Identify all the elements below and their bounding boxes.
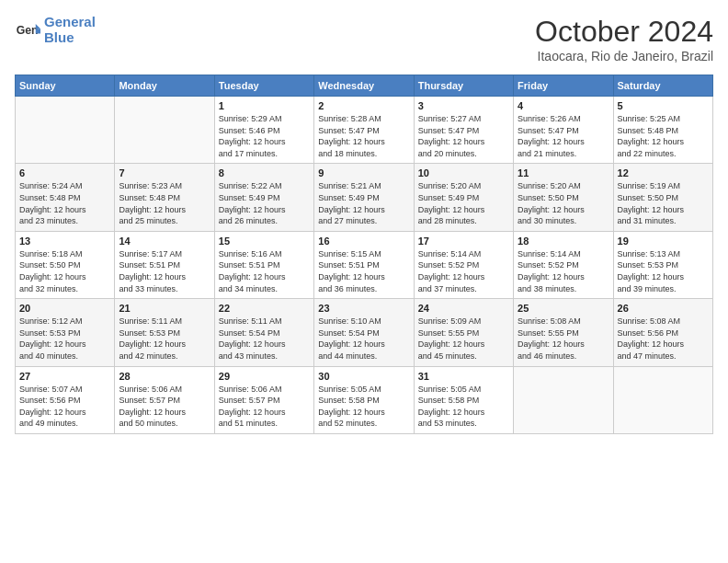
weekday-header-row: SundayMondayTuesdayWednesdayThursdayFrid… — [16, 75, 713, 97]
day-cell: 25Sunrise: 5:08 AM Sunset: 5:55 PM Dayli… — [514, 299, 613, 366]
day-number: 15 — [219, 236, 310, 247]
day-cell: 27Sunrise: 5:07 AM Sunset: 5:56 PM Dayli… — [16, 366, 115, 433]
weekday-saturday: Saturday — [613, 75, 712, 97]
day-number: 25 — [518, 303, 609, 314]
day-number: 27 — [19, 371, 110, 382]
weekday-monday: Monday — [115, 75, 214, 97]
day-cell: 14Sunrise: 5:17 AM Sunset: 5:51 PM Dayli… — [115, 231, 214, 298]
day-info: Sunrise: 5:05 AM Sunset: 5:58 PM Dayligh… — [318, 384, 409, 430]
day-info: Sunrise: 5:25 AM Sunset: 5:48 PM Dayligh… — [618, 113, 709, 159]
weekday-friday: Friday — [514, 75, 613, 97]
day-number: 24 — [418, 303, 509, 314]
day-cell: 31Sunrise: 5:05 AM Sunset: 5:58 PM Dayli… — [414, 366, 513, 433]
day-number: 2 — [318, 100, 409, 111]
day-info: Sunrise: 5:27 AM Sunset: 5:47 PM Dayligh… — [418, 113, 509, 159]
day-info: Sunrise: 5:11 AM Sunset: 5:54 PM Dayligh… — [219, 316, 310, 362]
day-info: Sunrise: 5:18 AM Sunset: 5:50 PM Dayligh… — [19, 248, 110, 294]
day-cell: 10Sunrise: 5:20 AM Sunset: 5:49 PM Dayli… — [414, 164, 513, 231]
weekday-tuesday: Tuesday — [214, 75, 313, 97]
weekday-thursday: Thursday — [414, 75, 513, 97]
day-number: 19 — [618, 236, 709, 247]
day-info: Sunrise: 5:22 AM Sunset: 5:49 PM Dayligh… — [219, 180, 310, 226]
day-cell: 12Sunrise: 5:19 AM Sunset: 5:50 PM Dayli… — [613, 164, 712, 231]
day-number: 8 — [219, 167, 310, 178]
calendar-header: Gen General Blue October 2024 Itaocara, … — [15, 15, 713, 63]
day-info: Sunrise: 5:17 AM Sunset: 5:51 PM Dayligh… — [119, 248, 210, 294]
day-cell: 22Sunrise: 5:11 AM Sunset: 5:54 PM Dayli… — [214, 299, 313, 366]
day-info: Sunrise: 5:16 AM Sunset: 5:51 PM Dayligh… — [219, 248, 310, 294]
day-cell: 6Sunrise: 5:24 AM Sunset: 5:48 PM Daylig… — [16, 164, 115, 231]
day-cell: 18Sunrise: 5:14 AM Sunset: 5:52 PM Dayli… — [514, 231, 613, 298]
day-cell: 23Sunrise: 5:10 AM Sunset: 5:54 PM Dayli… — [314, 299, 414, 366]
day-number: 31 — [418, 371, 509, 382]
day-info: Sunrise: 5:12 AM Sunset: 5:53 PM Dayligh… — [19, 316, 110, 362]
day-info: Sunrise: 5:15 AM Sunset: 5:51 PM Dayligh… — [318, 248, 409, 294]
day-cell: 7Sunrise: 5:23 AM Sunset: 5:48 PM Daylig… — [115, 164, 214, 231]
day-number: 9 — [318, 167, 409, 178]
day-cell — [613, 366, 712, 433]
calendar-table: SundayMondayTuesdayWednesdayThursdayFrid… — [15, 75, 713, 434]
day-number: 16 — [318, 236, 409, 247]
day-cell: 16Sunrise: 5:15 AM Sunset: 5:51 PM Dayli… — [314, 231, 414, 298]
day-cell: 21Sunrise: 5:11 AM Sunset: 5:53 PM Dayli… — [115, 299, 214, 366]
day-cell: 8Sunrise: 5:22 AM Sunset: 5:49 PM Daylig… — [214, 164, 313, 231]
day-cell: 5Sunrise: 5:25 AM Sunset: 5:48 PM Daylig… — [613, 97, 712, 164]
logo: Gen General Blue — [15, 15, 96, 45]
day-cell: 4Sunrise: 5:26 AM Sunset: 5:47 PM Daylig… — [514, 97, 613, 164]
day-info: Sunrise: 5:24 AM Sunset: 5:48 PM Dayligh… — [19, 180, 110, 226]
svg-text:Gen: Gen — [17, 23, 39, 36]
title-area: October 2024 Itaocara, Rio de Janeiro, B… — [535, 15, 713, 63]
day-info: Sunrise: 5:08 AM Sunset: 5:56 PM Dayligh… — [618, 316, 709, 362]
weekday-sunday: Sunday — [16, 75, 115, 97]
day-number: 14 — [119, 236, 210, 247]
day-number: 5 — [618, 100, 709, 111]
day-cell: 17Sunrise: 5:14 AM Sunset: 5:52 PM Dayli… — [414, 231, 513, 298]
day-number: 17 — [418, 236, 509, 247]
day-info: Sunrise: 5:19 AM Sunset: 5:50 PM Dayligh… — [618, 180, 709, 226]
day-number: 28 — [119, 371, 210, 382]
day-info: Sunrise: 5:13 AM Sunset: 5:53 PM Dayligh… — [618, 248, 709, 294]
day-cell — [115, 97, 214, 164]
day-cell: 11Sunrise: 5:20 AM Sunset: 5:50 PM Dayli… — [514, 164, 613, 231]
day-number: 23 — [318, 303, 409, 314]
day-cell: 2Sunrise: 5:28 AM Sunset: 5:47 PM Daylig… — [314, 97, 414, 164]
day-cell: 15Sunrise: 5:16 AM Sunset: 5:51 PM Dayli… — [214, 231, 313, 298]
day-number: 11 — [518, 167, 609, 178]
day-number: 29 — [219, 371, 310, 382]
day-number: 26 — [618, 303, 709, 314]
day-info: Sunrise: 5:05 AM Sunset: 5:58 PM Dayligh… — [418, 384, 509, 430]
day-number: 30 — [318, 371, 409, 382]
month-title: October 2024 — [535, 15, 713, 49]
day-number: 4 — [518, 100, 609, 111]
day-number: 10 — [418, 167, 509, 178]
day-number: 20 — [19, 303, 110, 314]
day-info: Sunrise: 5:23 AM Sunset: 5:48 PM Dayligh… — [119, 180, 210, 226]
day-info: Sunrise: 5:14 AM Sunset: 5:52 PM Dayligh… — [418, 248, 509, 294]
day-number: 21 — [119, 303, 210, 314]
day-cell: 28Sunrise: 5:06 AM Sunset: 5:57 PM Dayli… — [115, 366, 214, 433]
week-row-4: 20Sunrise: 5:12 AM Sunset: 5:53 PM Dayli… — [16, 299, 713, 366]
day-info: Sunrise: 5:08 AM Sunset: 5:55 PM Dayligh… — [518, 316, 609, 362]
day-number: 12 — [618, 167, 709, 178]
logo-blue: Blue — [44, 29, 74, 45]
day-info: Sunrise: 5:09 AM Sunset: 5:55 PM Dayligh… — [418, 316, 509, 362]
day-cell: 3Sunrise: 5:27 AM Sunset: 5:47 PM Daylig… — [414, 97, 513, 164]
day-cell: 19Sunrise: 5:13 AM Sunset: 5:53 PM Dayli… — [613, 231, 712, 298]
day-cell: 20Sunrise: 5:12 AM Sunset: 5:53 PM Dayli… — [16, 299, 115, 366]
day-number: 3 — [418, 100, 509, 111]
weekday-wednesday: Wednesday — [314, 75, 414, 97]
day-cell: 9Sunrise: 5:21 AM Sunset: 5:49 PM Daylig… — [314, 164, 414, 231]
logo-general: General — [44, 14, 96, 29]
calendar-body: 1Sunrise: 5:29 AM Sunset: 5:46 PM Daylig… — [16, 97, 713, 434]
week-row-2: 6Sunrise: 5:24 AM Sunset: 5:48 PM Daylig… — [16, 164, 713, 231]
day-cell: 26Sunrise: 5:08 AM Sunset: 5:56 PM Dayli… — [613, 299, 712, 366]
day-number: 18 — [518, 236, 609, 247]
day-info: Sunrise: 5:11 AM Sunset: 5:53 PM Dayligh… — [119, 316, 210, 362]
day-number: 1 — [219, 100, 310, 111]
day-info: Sunrise: 5:21 AM Sunset: 5:49 PM Dayligh… — [318, 180, 409, 226]
day-info: Sunrise: 5:20 AM Sunset: 5:50 PM Dayligh… — [518, 180, 609, 226]
location: Itaocara, Rio de Janeiro, Brazil — [535, 49, 713, 63]
day-number: 6 — [19, 167, 110, 178]
day-info: Sunrise: 5:06 AM Sunset: 5:57 PM Dayligh… — [219, 384, 310, 430]
day-number: 13 — [19, 236, 110, 247]
